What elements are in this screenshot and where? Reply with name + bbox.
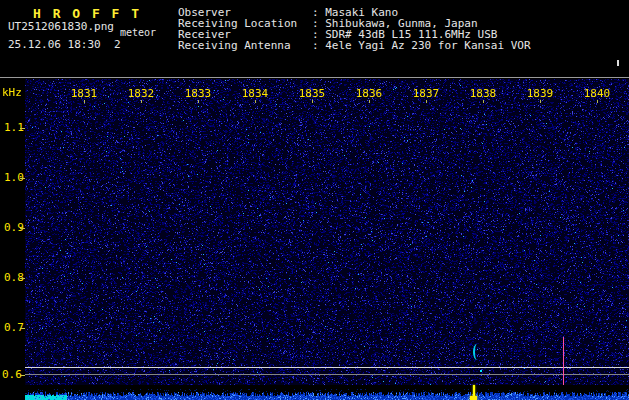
time-tick	[483, 100, 484, 103]
time-label: 1833	[185, 88, 212, 99]
filename: UT2512061830.png	[8, 21, 114, 32]
time-label: 1831	[71, 88, 98, 99]
time-tick	[198, 100, 199, 103]
datetime: 25.12.06 18:30 2	[8, 39, 121, 50]
spectrogram-canvas	[25, 79, 629, 385]
freq-tick	[20, 128, 25, 129]
freq-tick	[20, 178, 25, 179]
time-tick	[426, 100, 427, 103]
carrier-line-dim	[25, 374, 629, 375]
time-tick	[84, 100, 85, 103]
app-title: H R O F F T	[33, 6, 141, 21]
time-label: 1836	[356, 88, 383, 99]
time-tick	[141, 100, 142, 103]
time-label: 1838	[470, 88, 497, 99]
time-label: 1834	[242, 88, 269, 99]
freq-tick	[20, 278, 25, 279]
time-tick	[255, 100, 256, 103]
header-divider	[0, 77, 629, 78]
time-label: 1835	[299, 88, 326, 99]
hrofft-screen: H R O F F T UT2512061830.png meteor 25.1…	[0, 0, 629, 400]
meteor-echo-trace	[473, 344, 481, 360]
freq-unit-label: kHz	[2, 87, 22, 98]
time-tick	[312, 100, 313, 103]
freq-label: 0.6	[2, 369, 22, 381]
time-label: 1839	[527, 88, 554, 99]
time-tick	[369, 100, 370, 103]
antenna-value: : 4ele Yagi Az 230 for Kansai VOR	[312, 40, 531, 51]
level-canvas	[25, 385, 629, 400]
freq-tick	[20, 328, 25, 329]
time-tick	[597, 100, 598, 103]
time-label: 1840	[584, 88, 611, 99]
antenna-label: Receiving Antenna	[178, 40, 291, 51]
time-label: 1832	[128, 88, 155, 99]
freq-tick	[20, 375, 25, 376]
level-spike-base	[470, 396, 477, 400]
carrier-line-bright	[25, 367, 629, 368]
mode-label: meteor	[120, 27, 156, 38]
time-label: 1837	[413, 88, 440, 99]
freq-tick	[20, 228, 25, 229]
meteor-echo-dot	[480, 370, 482, 372]
time-tick	[540, 100, 541, 103]
header-mark	[617, 60, 619, 66]
